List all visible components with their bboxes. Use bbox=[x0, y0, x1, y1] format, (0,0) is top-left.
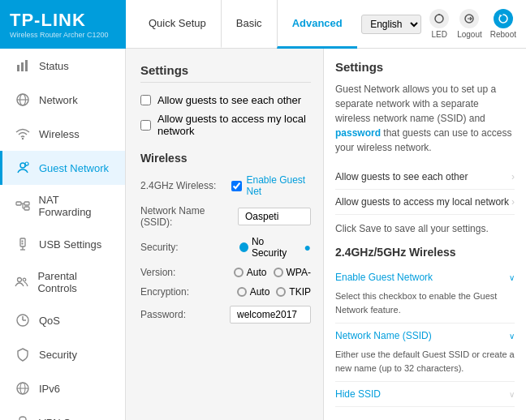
sidebar-item-status[interactable]: Status bbox=[0, 49, 125, 83]
logo-area: TP-LINK Wireless Router Archer C1200 bbox=[0, 0, 126, 49]
security-no-security[interactable]: No Security bbox=[239, 236, 298, 259]
led-button[interactable]: LED bbox=[429, 9, 449, 39]
svg-rect-21 bbox=[22, 241, 24, 242]
tab-basic[interactable]: Basic bbox=[221, 0, 277, 49]
svg-rect-14 bbox=[24, 207, 29, 210]
version-radio-group: Auto WPA- bbox=[234, 267, 311, 278]
svg-point-11 bbox=[25, 162, 28, 165]
svg-point-10 bbox=[20, 163, 25, 168]
guest-network-icon bbox=[15, 160, 31, 176]
wireless-icon bbox=[15, 126, 31, 142]
accordion-ssid-arrow: ∨ bbox=[509, 332, 515, 341]
svg-rect-13 bbox=[24, 202, 29, 205]
label-version: Version: bbox=[140, 267, 234, 278]
logo-sub: Wireless Router Archer C1200 bbox=[10, 31, 116, 39]
wireless-section: Wireless 2.4GHz Wireless: Enable Guest N… bbox=[140, 152, 311, 324]
help-sub-title: 2.4GHz/5GHz Wireless bbox=[335, 246, 515, 259]
logo-tp: TP-LINK bbox=[10, 10, 116, 31]
form-row-password: Password: bbox=[140, 306, 311, 324]
accordion-ssid-content: Either use the default Guest SSID or cre… bbox=[335, 348, 515, 381]
network-icon bbox=[15, 92, 31, 108]
form-row-security: Security: No Security ● bbox=[140, 236, 311, 259]
accordion-enable-guest-header[interactable]: Enable Guest Network ∨ bbox=[335, 265, 515, 289]
help-save-text: Click Save to save all your settings. bbox=[335, 223, 515, 234]
allow-guests-see-checkbox[interactable] bbox=[140, 95, 151, 105]
enable-guest-checkbox-area: Enable Guest Net bbox=[231, 174, 311, 197]
ipv6-icon bbox=[15, 380, 31, 396]
sidebar-item-network[interactable]: Network bbox=[0, 83, 125, 117]
enable-guest-checkbox[interactable] bbox=[231, 181, 242, 191]
allow-guests-see-label: Allow guests to see each other bbox=[157, 94, 301, 106]
logout-button[interactable]: Logout bbox=[457, 9, 482, 39]
sidebar-item-guest-network[interactable]: Guest Network bbox=[0, 151, 125, 185]
encryption-radio-group: Auto TKIP bbox=[237, 286, 311, 298]
help-panel: Settings Guest Network allows you to set… bbox=[323, 49, 526, 420]
nav-tabs: Quick Setup Basic Advanced bbox=[126, 0, 361, 49]
accordion-enable-guest-arrow: ∨ bbox=[509, 273, 515, 282]
header-right: English LED Logout Reboot bbox=[361, 9, 526, 39]
accordion-hide-ssid-header[interactable]: Hide SSID ∨ bbox=[335, 382, 515, 406]
checkbox-row-2: Allow guests to access my local network bbox=[140, 113, 311, 137]
version-auto[interactable]: Auto bbox=[234, 267, 267, 278]
settings-title: Settings bbox=[140, 63, 311, 83]
radio-wpa-dot bbox=[274, 268, 283, 277]
security-no-security-label: No Security bbox=[252, 236, 298, 259]
encryption-auto[interactable]: Auto bbox=[237, 286, 270, 298]
accordion-ssid-label: Network Name (SSID) bbox=[335, 330, 432, 341]
sidebar-item-nat-forwarding[interactable]: NAT Forwarding bbox=[0, 185, 125, 227]
security-radio-group: No Security ● bbox=[239, 236, 311, 259]
usb-icon bbox=[15, 236, 31, 252]
accordion-hide-ssid-arrow: ∨ bbox=[509, 390, 515, 399]
ssid-input[interactable] bbox=[238, 208, 311, 225]
language-select[interactable]: English bbox=[361, 15, 421, 34]
security-icon bbox=[15, 346, 31, 362]
label-security: Security: bbox=[140, 242, 239, 253]
reboot-button[interactable]: Reboot bbox=[490, 9, 516, 39]
tab-quick-setup[interactable]: Quick Setup bbox=[134, 0, 221, 49]
help-link-guests-see-arrow: › bbox=[511, 171, 515, 182]
help-link-guests-access[interactable]: Allow guests to access my local network … bbox=[335, 190, 515, 215]
security-selected-indicator: ● bbox=[304, 241, 311, 254]
form-row-encryption: Encryption: Auto TKIP bbox=[140, 286, 311, 298]
tab-advanced[interactable]: Advanced bbox=[277, 0, 357, 49]
label-ssid: Network Name (SSID): bbox=[140, 205, 238, 228]
sidebar-item-parental-controls[interactable]: Parental Controls bbox=[0, 261, 125, 303]
nat-icon bbox=[15, 198, 31, 214]
help-link-guests-access-label: Allow guests to access my local network bbox=[335, 196, 509, 208]
help-link-guests-see[interactable]: Allow guests to see each other › bbox=[335, 165, 515, 190]
svg-rect-22 bbox=[22, 243, 24, 245]
accordion-ssid: Network Name (SSID) ∨ Either use the def… bbox=[335, 324, 515, 382]
sidebar-item-ipv6[interactable]: IPv6 bbox=[0, 371, 125, 405]
sidebar: Status Network Wireless Guest Network NA bbox=[0, 49, 126, 420]
password-input[interactable] bbox=[230, 306, 311, 324]
accordion-hide-ssid: Hide SSID ∨ bbox=[335, 382, 515, 407]
help-accordion: Enable Guest Network ∨ Select this check… bbox=[335, 265, 515, 407]
help-panel-desc: Guest Network allows you to set up a sep… bbox=[335, 82, 515, 155]
version-auto-label: Auto bbox=[247, 267, 267, 278]
encryption-tkip[interactable]: TKIP bbox=[276, 286, 311, 298]
sidebar-item-security[interactable]: Security bbox=[0, 337, 125, 371]
label-password: Password: bbox=[140, 309, 230, 320]
label-encryption: Encryption: bbox=[140, 286, 237, 298]
label-24ghz: 2.4GHz Wireless: bbox=[140, 180, 231, 191]
allow-guests-access-label: Allow guests to access my local network bbox=[157, 113, 311, 137]
svg-rect-12 bbox=[16, 202, 21, 205]
help-link-guests-see-label: Allow guests to see each other bbox=[335, 171, 468, 182]
ssid-input-area bbox=[238, 208, 311, 225]
svg-rect-3 bbox=[17, 65, 19, 71]
form-row-version: Version: Auto WPA- bbox=[140, 267, 311, 278]
svg-rect-5 bbox=[25, 60, 28, 71]
sidebar-item-usb-settings[interactable]: USB Settings bbox=[0, 227, 125, 261]
sidebar-item-wireless[interactable]: Wireless bbox=[0, 117, 125, 151]
parental-icon bbox=[15, 274, 29, 290]
svg-rect-18 bbox=[20, 238, 25, 246]
allow-guests-access-checkbox[interactable] bbox=[140, 120, 151, 131]
checkbox-row-1: Allow guests to see each other bbox=[140, 94, 311, 106]
accordion-ssid-header[interactable]: Network Name (SSID) ∨ bbox=[335, 324, 515, 348]
sidebar-item-vpn-server[interactable]: VPN Server bbox=[0, 405, 125, 420]
accordion-enable-guest: Enable Guest Network ∨ Select this check… bbox=[335, 265, 515, 324]
version-wpa[interactable]: WPA- bbox=[274, 267, 311, 278]
sidebar-item-qos[interactable]: QoS bbox=[0, 303, 125, 337]
accordion-enable-guest-content: Select this checkbox to enable the Guest… bbox=[335, 289, 515, 323]
content-area: ? Settings Allow guests to see each othe… bbox=[126, 49, 526, 420]
